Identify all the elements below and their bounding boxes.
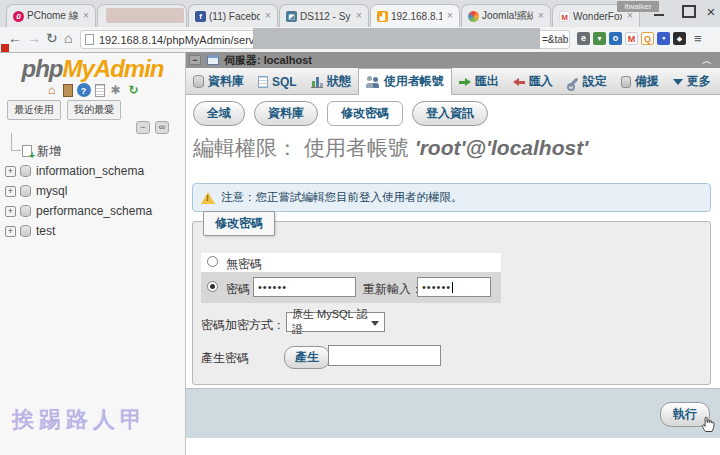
- expand-icon[interactable]: [5, 186, 16, 197]
- settings-gear-icon[interactable]: [109, 83, 123, 97]
- server-label[interactable]: 伺服器: localhost: [224, 53, 312, 68]
- evernote-extension-icon[interactable]: [577, 32, 590, 45]
- no-password-radio[interactable]: [207, 256, 218, 267]
- qnap-extension-icon[interactable]: [641, 32, 654, 45]
- tab-title: DS112 - Sy: [300, 11, 351, 22]
- extension-icon[interactable]: [593, 32, 606, 45]
- tree-item-performance-schema[interactable]: performance_schema: [0, 201, 185, 221]
- link-databases-button[interactable]: [155, 121, 169, 134]
- tab-label: SQL: [272, 75, 297, 89]
- heading-middle: 使用者帳號: [304, 136, 409, 159]
- database-tree: 新增 information_schema mysql performance_…: [0, 141, 185, 241]
- notice-text: 注意：您正嘗試編輯您目前登入使用者的權限。: [221, 190, 463, 205]
- password-radio[interactable]: [207, 281, 218, 292]
- no-password-label: 無密碼: [226, 256, 262, 273]
- tab-export[interactable]: 匯出: [452, 68, 506, 95]
- export-arrow-icon: [459, 76, 471, 88]
- home-icon[interactable]: [45, 83, 59, 97]
- sidebar-collapse-icon[interactable]: [189, 55, 201, 65]
- docs-icon[interactable]: [95, 84, 105, 97]
- tree-item-new[interactable]: 新增: [0, 141, 185, 161]
- database-icon: [20, 225, 31, 237]
- browser-tab-censored[interactable]: [97, 4, 187, 27]
- retype-password-input[interactable]: ••••••: [417, 277, 491, 297]
- extension-icon[interactable]: [657, 32, 670, 45]
- page-favicon-icon: [85, 34, 94, 45]
- subtab-database[interactable]: 資料庫: [254, 101, 318, 126]
- hashing-select[interactable]: 原生 MySQL 認證: [286, 312, 385, 332]
- expand-icon[interactable]: [5, 206, 16, 217]
- extension-icon[interactable]: [609, 32, 622, 45]
- tab-import[interactable]: 匯入: [506, 68, 560, 95]
- window-close-button[interactable]: [702, 3, 720, 19]
- hashing-label: 密碼加密方式：: [201, 317, 285, 334]
- expand-icon[interactable]: [5, 226, 16, 237]
- tab-label: 備援: [635, 73, 659, 90]
- database-icon: [20, 165, 31, 177]
- forward-icon[interactable]: →: [27, 30, 41, 46]
- password-input[interactable]: ••••••: [253, 277, 356, 297]
- tree-item-mysql[interactable]: mysql: [0, 181, 185, 201]
- home-icon[interactable]: ⌂: [64, 30, 72, 46]
- logo-php-text: php: [22, 55, 63, 82]
- tab-status[interactable]: 狀態: [304, 68, 358, 95]
- browser-tab-pchome[interactable]: PChome 線: [6, 4, 96, 27]
- tab-settings[interactable]: 設定: [560, 68, 614, 95]
- back-icon[interactable]: ←: [8, 30, 22, 46]
- recorder-watermark: itwalker: [617, 1, 659, 12]
- tree-tools: [136, 121, 169, 134]
- tab-user-accounts[interactable]: 使用者帳號: [358, 68, 452, 95]
- subtab-global[interactable]: 全域: [193, 101, 245, 126]
- scroll-top-icon[interactable]: [702, 54, 712, 68]
- generated-password-input[interactable]: [328, 345, 441, 366]
- browser-tab-phpmyadmin-active[interactable]: 192.168.8.1: [370, 4, 460, 27]
- tab-more[interactable]: 更多: [666, 68, 718, 95]
- recent-tables-button[interactable]: 最近使用: [7, 100, 61, 120]
- tree-item-information-schema[interactable]: information_schema: [0, 161, 185, 181]
- window-maximize-button[interactable]: [678, 3, 700, 19]
- help-icon[interactable]: [77, 83, 91, 97]
- sidebar-panel-buttons: 最近使用 我的最愛: [7, 100, 121, 120]
- tab-replication[interactable]: 備援: [614, 68, 666, 95]
- chrome-menu-icon[interactable]: [694, 31, 702, 46]
- browser-tabstrip: PChome 線 (11) Facebo DS112 - Sy 192.168.…: [0, 0, 720, 27]
- synology-favicon: [286, 11, 297, 22]
- tab-close-icon[interactable]: [536, 11, 546, 21]
- expand-icon[interactable]: [5, 166, 16, 177]
- collapse-all-button[interactable]: [136, 121, 150, 134]
- reload-icon[interactable]: ↻: [46, 30, 58, 46]
- tab-databases[interactable]: 資料庫: [186, 68, 251, 95]
- password-row: 密碼 •••••• 重新輸入： ••••••: [201, 272, 501, 303]
- phpmyadmin-logo[interactable]: phpMyAdmin: [0, 55, 185, 83]
- tab-sql[interactable]: SQL: [251, 68, 304, 95]
- extension-icon[interactable]: [673, 32, 686, 45]
- tab-title: Joomla!繽紛: [482, 9, 533, 23]
- tab-close-icon[interactable]: [625, 11, 635, 21]
- gmail-extension-icon[interactable]: [625, 32, 638, 45]
- tab-label: 設定: [583, 73, 607, 90]
- browser-tab-joomla[interactable]: Joomla!繽紛: [461, 4, 551, 27]
- heading-prefix: 編輯權限：: [193, 136, 298, 159]
- facebook-favicon: [195, 11, 206, 22]
- bookmark-star-icon[interactable]: [557, 31, 569, 46]
- censored-region: [106, 8, 184, 23]
- tab-title: 192.168.8.1: [391, 11, 442, 22]
- tab-close-icon[interactable]: [263, 11, 273, 21]
- subtab-change-password[interactable]: 修改密碼: [327, 101, 403, 126]
- browser-tab-ds112[interactable]: DS112 - Sy: [279, 4, 369, 27]
- tree-item-test[interactable]: test: [0, 221, 185, 241]
- subtab-login-info[interactable]: 登入資訊: [412, 101, 488, 126]
- favorites-button[interactable]: 我的最愛: [67, 100, 121, 120]
- chevron-down-icon: [673, 79, 683, 85]
- tab-close-icon[interactable]: [354, 11, 364, 21]
- logout-icon[interactable]: [63, 84, 73, 97]
- tree-item-label: mysql: [36, 184, 67, 198]
- tab-label: 匯入: [529, 73, 553, 90]
- refresh-icon[interactable]: [127, 83, 141, 97]
- tab-close-icon[interactable]: [445, 11, 455, 21]
- generate-button[interactable]: 產生: [284, 346, 330, 369]
- fieldset-legend: 修改密碼: [203, 211, 275, 236]
- tab-close-icon[interactable]: [81, 11, 91, 21]
- wrench-icon: [567, 76, 579, 88]
- browser-tab-facebook[interactable]: (11) Facebo: [188, 4, 278, 27]
